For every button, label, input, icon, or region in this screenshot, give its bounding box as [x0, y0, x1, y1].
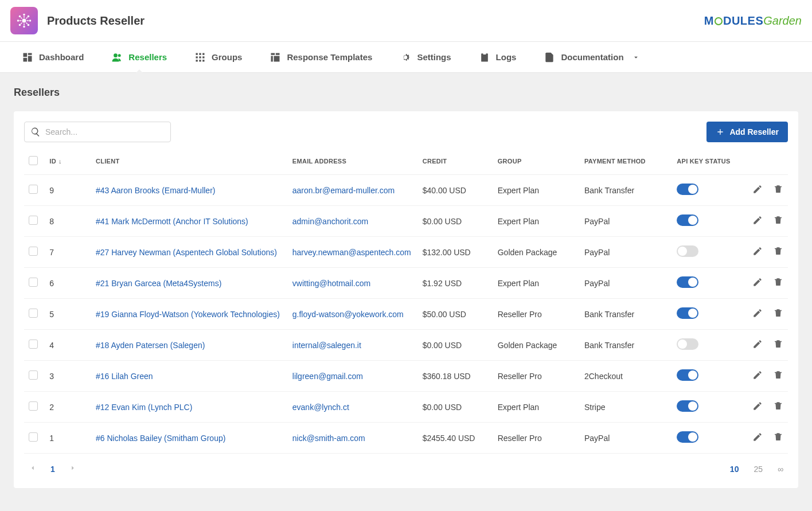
col-client[interactable]: CLIENT — [91, 148, 288, 175]
nav-dashboard[interactable]: Dashboard — [10, 42, 95, 73]
select-all-checkbox[interactable] — [29, 156, 38, 165]
api-toggle[interactable] — [677, 184, 698, 195]
email-link[interactable]: evank@lynch.ct — [292, 403, 349, 412]
row-checkbox[interactable] — [29, 432, 38, 442]
api-toggle[interactable] — [677, 338, 698, 350]
email-link[interactable]: g.floyd-watson@yokework.com — [292, 310, 404, 319]
svg-rect-19 — [199, 56, 201, 58]
row-checkbox[interactable] — [29, 185, 38, 194]
email-link[interactable]: lilgreen@gmail.com — [292, 372, 363, 381]
delete-button[interactable] — [773, 370, 783, 382]
cell-id: 3 — [45, 361, 91, 392]
grid-icon — [194, 52, 206, 63]
delete-button[interactable] — [773, 432, 783, 444]
edit-button[interactable] — [752, 339, 763, 351]
svg-point-1 — [23, 14, 25, 16]
add-reseller-button[interactable]: Add Reseller — [706, 122, 788, 142]
col-payment[interactable]: PAYMENT METHOD — [580, 148, 672, 175]
search-box[interactable] — [24, 122, 171, 142]
search-input[interactable] — [45, 127, 165, 136]
per-page-25[interactable]: 25 — [754, 465, 763, 474]
page-prev[interactable] — [29, 464, 37, 474]
nav-resellers[interactable]: Resellers — [100, 42, 178, 73]
email-link[interactable]: vwitting@hotmail.com — [292, 279, 370, 288]
row-checkbox[interactable] — [29, 401, 38, 411]
per-page-inf[interactable]: ∞ — [778, 465, 783, 474]
cell-payment: Bank Transfer — [580, 299, 672, 330]
row-checkbox[interactable] — [29, 247, 38, 256]
api-toggle[interactable] — [677, 431, 698, 443]
nav-settings[interactable]: Settings — [388, 42, 462, 73]
delete-button[interactable] — [773, 184, 783, 196]
client-link[interactable]: #6 Nicholas Bailey (Smitham Group) — [96, 434, 225, 443]
client-link[interactable]: #18 Ayden Patersen (Salegen) — [96, 341, 205, 350]
row-checkbox[interactable] — [29, 340, 38, 349]
client-link[interactable]: #19 Gianna Floyd-Watson (Yokework Techno… — [96, 310, 280, 319]
email-link[interactable]: internal@salegen.it — [292, 341, 361, 350]
nav-logs[interactable]: Logs — [467, 42, 528, 73]
edit-button[interactable] — [752, 308, 763, 320]
client-link[interactable]: #21 Bryan Garcea (Meta4Systems) — [96, 279, 221, 288]
table-row: 5#19 Gianna Floyd-Watson (Yokework Techn… — [24, 299, 788, 330]
col-email[interactable]: EMAIL ADDRESS — [288, 148, 418, 175]
client-link[interactable]: #41 Mark McDermott (Anchor IT Solutions) — [96, 217, 248, 226]
client-link[interactable]: #12 Evan Kim (Lynch PLC) — [96, 403, 192, 412]
api-toggle[interactable] — [677, 307, 698, 319]
cell-group: Expert Plan — [493, 206, 580, 237]
svg-rect-27 — [274, 56, 280, 61]
api-toggle[interactable] — [677, 369, 698, 381]
row-checkbox[interactable] — [29, 278, 38, 287]
cell-credit: $1.92 USD — [418, 268, 493, 299]
cell-credit: $0.00 USD — [418, 330, 493, 361]
row-checkbox[interactable] — [29, 370, 38, 380]
svg-rect-29 — [483, 52, 486, 54]
edit-button[interactable] — [752, 215, 763, 227]
nav-label: Resellers — [128, 52, 167, 62]
client-link[interactable]: #43 Aaron Brooks (Emard-Muller) — [96, 186, 216, 195]
nav-response-templates[interactable]: Response Templates — [258, 42, 384, 73]
per-page-10[interactable]: 10 — [730, 465, 739, 474]
delete-button[interactable] — [773, 401, 783, 413]
col-group[interactable]: GROUP — [493, 148, 580, 175]
delete-button[interactable] — [773, 308, 783, 320]
page-title: Resellers — [14, 87, 798, 99]
api-toggle[interactable] — [677, 214, 698, 226]
edit-button[interactable] — [752, 277, 763, 289]
client-link[interactable]: #16 Lilah Green — [96, 372, 153, 381]
email-link[interactable]: aaron.br@emard-muller.com — [292, 186, 395, 195]
delete-button[interactable] — [773, 215, 783, 227]
api-toggle[interactable] — [677, 400, 698, 412]
nav-groups[interactable]: Groups — [183, 42, 253, 73]
delete-button[interactable] — [773, 246, 783, 258]
delete-button[interactable] — [773, 339, 783, 351]
row-checkbox[interactable] — [29, 309, 38, 318]
svg-rect-22 — [199, 60, 201, 61]
client-link[interactable]: #27 Harvey Newman (Aspentech Global Solu… — [96, 248, 277, 257]
page-1[interactable]: 1 — [50, 465, 55, 474]
email-link[interactable]: harvey.newman@aspentech.com — [292, 248, 411, 257]
row-checkbox[interactable] — [29, 216, 38, 225]
svg-point-6 — [28, 15, 30, 18]
col-credit[interactable]: CREDIT — [418, 148, 493, 175]
col-api[interactable]: API KEY STATUS — [672, 148, 736, 175]
cell-credit: $2455.40 USD — [418, 423, 493, 454]
svg-rect-24 — [271, 53, 275, 54]
cell-payment: Bank Transfer — [580, 175, 672, 206]
email-link[interactable]: nick@smith-am.com — [292, 434, 365, 443]
document-icon — [544, 52, 555, 63]
svg-rect-26 — [271, 56, 273, 61]
edit-button[interactable] — [752, 246, 763, 258]
email-link[interactable]: admin@anchorit.com — [292, 217, 369, 226]
api-toggle[interactable] — [677, 276, 698, 288]
edit-button[interactable] — [752, 401, 763, 413]
cell-id: 6 — [45, 268, 91, 299]
col-id[interactable]: ID↓ — [45, 148, 91, 175]
edit-button[interactable] — [752, 370, 763, 382]
page-next[interactable] — [69, 464, 77, 474]
nav-documentation[interactable]: Documentation — [532, 42, 651, 73]
people-icon — [111, 52, 123, 63]
api-toggle[interactable] — [677, 245, 698, 257]
delete-button[interactable] — [773, 277, 783, 289]
edit-button[interactable] — [752, 432, 763, 444]
edit-button[interactable] — [752, 184, 763, 196]
